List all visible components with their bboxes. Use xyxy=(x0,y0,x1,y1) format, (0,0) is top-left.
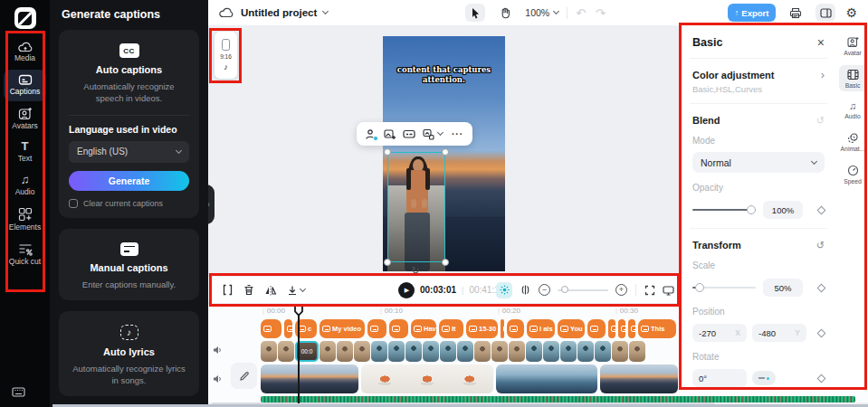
tab-avatar[interactable]: Avatar xyxy=(839,33,867,59)
zoom-chevron-icon[interactable] xyxy=(553,8,559,14)
tab-animation[interactable]: Animat... xyxy=(839,128,867,155)
add-image-button[interactable] xyxy=(384,128,396,140)
keyboard-shortcuts-button[interactable] xyxy=(12,387,25,397)
auto-lyrics-card[interactable]: ♪ Auto lyrics Automatically recognize ly… xyxy=(59,311,199,397)
timeline-thumbnail[interactable] xyxy=(371,341,387,362)
tab-basic[interactable]: Basic xyxy=(839,65,867,91)
video-clip-segment[interactable] xyxy=(600,364,678,393)
mute-track-button[interactable] xyxy=(213,374,223,383)
auto-captions-card[interactable]: CC Auto captions Automatically recognize… xyxy=(59,30,199,218)
timeline-thumbnail[interactable] xyxy=(629,341,645,362)
caption-clip[interactable]: E xyxy=(618,319,625,338)
video-clip-segment[interactable] xyxy=(496,364,597,393)
timeline-thumbnail[interactable] xyxy=(423,341,439,362)
caption-style-button[interactable] xyxy=(403,128,415,139)
audio-waveform-track[interactable] xyxy=(261,396,855,402)
sidebar-item-avatars[interactable]: Avatars xyxy=(4,103,46,136)
caption-clip[interactable]: It xyxy=(439,319,463,338)
sidebar-item-text[interactable]: T Text xyxy=(4,137,46,168)
timeline-thumbnail[interactable] xyxy=(440,341,456,362)
playhead[interactable] xyxy=(298,304,300,403)
timeline-thumbnail[interactable] xyxy=(278,341,294,362)
manual-captions-card[interactable]: Manual captions Enter captions manually. xyxy=(59,229,199,300)
scale-keyframe-button[interactable] xyxy=(817,283,826,292)
timeline-thumbnail[interactable] xyxy=(491,341,508,362)
caption-clip[interactable]: This xyxy=(638,319,676,338)
position-keyframe-button[interactable] xyxy=(817,328,826,337)
caption-clip[interactable] xyxy=(587,319,606,338)
caption-clip[interactable]: You xyxy=(558,319,585,338)
timeline-thumbnail[interactable] xyxy=(612,341,628,362)
selection-box[interactable] xyxy=(387,152,445,262)
zoom-level[interactable]: 100% xyxy=(525,7,549,18)
hand-tool-button[interactable] xyxy=(495,4,515,22)
replace-media-button[interactable] xyxy=(423,128,434,140)
snap-toggle-button[interactable] xyxy=(496,282,512,298)
reset-transform-button[interactable]: ↺ xyxy=(816,241,825,251)
redo-button[interactable]: ↷ xyxy=(596,7,606,19)
timeline-thumbnail[interactable] xyxy=(543,341,559,362)
capcut-logo[interactable] xyxy=(14,7,36,29)
caption-clip[interactable] xyxy=(507,319,524,338)
sidebar-item-elements[interactable]: Elements xyxy=(4,204,46,237)
caption-clip[interactable]: G xyxy=(608,319,615,338)
video-clip-segment[interactable] xyxy=(261,364,358,393)
undo-button[interactable]: ↶ xyxy=(576,7,586,19)
color-adjustment-row[interactable]: Color adjustment › xyxy=(692,69,825,80)
rotate-handle[interactable]: ↻ xyxy=(409,264,422,277)
slider-handle[interactable] xyxy=(561,286,568,293)
scale-slider[interactable] xyxy=(692,287,756,289)
fullscreen-preview-button[interactable] xyxy=(663,285,674,296)
delete-clip-button[interactable] xyxy=(243,284,254,296)
settings-button[interactable]: ⚙ xyxy=(845,6,857,19)
caption-clip[interactable] xyxy=(261,319,281,338)
zoom-out-button[interactable]: − xyxy=(539,284,550,296)
aspect-ratio-card[interactable]: 9:16 ♪ xyxy=(215,32,237,79)
tab-speed[interactable]: Speed xyxy=(839,161,867,187)
print-button[interactable] xyxy=(786,4,806,22)
rotate-dial[interactable] xyxy=(752,371,776,385)
timeline-thumbnail[interactable] xyxy=(337,341,353,362)
project-menu-chevron-icon[interactable] xyxy=(322,8,329,14)
download-clip-button[interactable] xyxy=(287,285,305,296)
timeline-thumbnail[interactable] xyxy=(595,341,611,362)
project-name[interactable]: Untitled project xyxy=(241,7,317,18)
rotate-keyframe-button[interactable] xyxy=(817,374,826,383)
timeline-thumbnail[interactable] xyxy=(577,341,594,362)
blend-mode-select[interactable]: Normal xyxy=(692,152,825,173)
play-button[interactable]: ▶ xyxy=(398,282,415,298)
caption-clip[interactable] xyxy=(367,319,386,338)
zoom-in-button[interactable]: + xyxy=(615,284,627,296)
caption-clip[interactable]: 15-30 xyxy=(466,319,498,338)
more-options-button[interactable]: ··· xyxy=(452,129,463,139)
timeline-thumbnail[interactable] xyxy=(457,341,473,362)
panel-toggle-button[interactable] xyxy=(816,4,835,22)
reset-blend-button[interactable]: ↺ xyxy=(816,116,825,126)
caption-clip[interactable]: G xyxy=(628,319,635,338)
opacity-slider[interactable] xyxy=(692,209,756,211)
mute-track-button[interactable] xyxy=(213,345,223,355)
split-clip-button[interactable] xyxy=(222,284,234,296)
resize-handle-tl[interactable] xyxy=(384,148,391,156)
sidebar-item-quick-cut[interactable]: Quick cut xyxy=(4,239,46,271)
tab-audio[interactable]: ♫ Audio xyxy=(839,98,867,122)
timeline-thumbnail[interactable] xyxy=(474,341,491,362)
position-y-field[interactable]: -480 Y xyxy=(752,324,806,342)
timeline-thumbnail[interactable] xyxy=(405,341,422,362)
timeline-thumbnail[interactable] xyxy=(509,341,525,362)
resize-handle-tr[interactable] xyxy=(442,148,449,156)
timeline-thumbnail[interactable] xyxy=(320,341,336,362)
timeline-zoom-slider[interactable] xyxy=(558,289,608,291)
sidebar-item-captions[interactable]: Captions xyxy=(4,70,46,101)
rotate-field[interactable]: 0° xyxy=(692,369,747,387)
playhead-handle[interactable] xyxy=(293,303,304,317)
opacity-keyframe-button[interactable] xyxy=(817,205,826,214)
timeline-thumbnail[interactable] xyxy=(526,341,542,362)
pointer-tool-button[interactable] xyxy=(465,4,485,22)
caption-clip[interactable]: I als xyxy=(527,319,555,338)
caption-clip[interactable]: Hav xyxy=(411,319,436,338)
generate-button[interactable]: Generate xyxy=(69,171,189,191)
timeline-thumbnail[interactable] xyxy=(388,341,405,362)
caption-clip[interactable] xyxy=(501,319,504,338)
timeline-thumbnail[interactable] xyxy=(261,341,277,362)
